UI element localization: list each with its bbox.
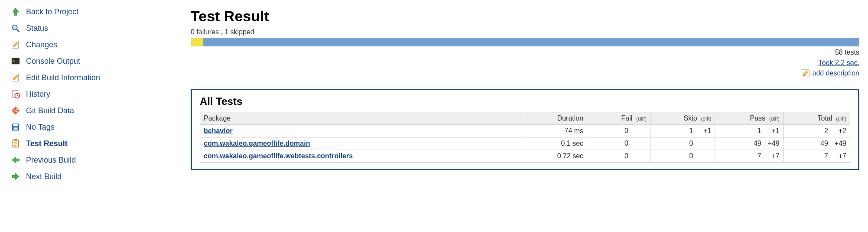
cell-skip: 0 [650,150,715,163]
cell-skip: 1+1 [650,125,715,137]
cell-duration: 74 ms [525,125,587,137]
bar-skip-segment [191,38,203,46]
sidebar-item-history[interactable]: History [9,86,186,102]
sidebar-item-label: No Tags [26,123,55,132]
cell-duration: 0.1 sec [525,137,587,150]
page-title: Test Result [191,8,859,25]
sidebar-item-next-build[interactable]: Next Build [9,168,186,185]
cell-fail: 0 [587,137,650,150]
col-package[interactable]: Package [200,112,525,125]
edit-page-icon [10,39,21,50]
svg-line-1 [17,29,20,32]
edit-page-icon [10,72,21,83]
git-icon [10,105,21,116]
tests-table: Package Duration Fail (diff) Skip (diff)… [200,112,850,163]
sidebar: Back to ProjectStatusChanges>_Console Ou… [0,0,186,188]
cell-duration: 0.72 sec [525,150,587,163]
svg-rect-15 [14,139,17,141]
sidebar-item-previous-build[interactable]: Previous Build [9,152,186,168]
cell-package: com.wakaleo.gameoflife.domain [200,137,525,150]
result-meta: 58 tests Took 2.2 sec. add description [191,47,859,81]
sidebar-item-changes[interactable]: Changes [9,36,186,53]
col-total[interactable]: Total (diff) [783,112,850,125]
terminal-icon: >_ [10,56,21,66]
history-icon [10,89,21,99]
cell-total: 49+49 [783,137,850,150]
cell-total: 2+2 [783,125,850,137]
edit-icon [801,69,810,78]
sidebar-item-test-result[interactable]: Test Result [9,135,186,152]
table-row: com.wakaleo.gameoflife.domain0.1 sec0049… [200,137,850,150]
summary-text: 0 failures , 1 skipped [191,28,859,36]
svg-rect-12 [13,124,18,127]
sidebar-item-label: History [26,90,50,99]
col-duration[interactable]: Duration [525,112,587,125]
cell-total: 7+7 [783,150,850,163]
sidebar-item-edit-build-information[interactable]: Edit Build Information [9,69,186,86]
package-link[interactable]: behavior [204,127,233,134]
sidebar-item-label: Git Build Data [26,106,74,115]
col-pass[interactable]: Pass (diff) [715,112,783,125]
save-icon [10,122,21,132]
cell-skip: 0 [650,137,715,150]
cell-pass: 1+1 [715,125,783,137]
clipboard-icon [10,138,21,149]
arrow-up-green-icon [10,7,21,17]
took-link[interactable]: Took 2.2 sec. [819,59,859,66]
svg-rect-13 [13,127,17,130]
table-row: com.wakaleo.gameoflife.webtests.controll… [200,150,850,163]
sidebar-item-label: Back to Project [26,7,78,16]
magnifier-icon [10,23,21,33]
cell-package: behavior [200,125,525,137]
cell-fail: 0 [587,125,650,137]
svg-point-0 [13,25,17,30]
cell-fail: 0 [587,150,650,163]
cell-pass: 49+49 [715,137,783,150]
cell-package: com.wakaleo.gameoflife.webtests.controll… [200,150,525,163]
all-tests-heading: All Tests [200,95,850,108]
col-fail[interactable]: Fail (diff) [587,112,650,125]
table-row: behavior74 ms01+11+12+2 [200,125,850,137]
all-tests-panel: All Tests Package Duration Fail (diff) S… [191,89,859,170]
svg-text:>_: >_ [13,59,18,63]
package-link[interactable]: com.wakaleo.gameoflife.webtests.controll… [204,152,353,160]
sidebar-item-label: Changes [26,40,57,49]
table-header-row: Package Duration Fail (diff) Skip (diff)… [200,112,850,125]
sidebar-item-label: Next Build [26,172,62,181]
bar-pass-segment [203,38,859,46]
sidebar-item-status[interactable]: Status [9,20,186,36]
sidebar-item-back-to-project[interactable]: Back to Project [9,3,186,20]
arrow-left-green-icon [10,155,21,165]
sidebar-item-git-build-data[interactable]: Git Build Data [9,102,186,119]
test-result-bar [191,38,859,46]
sidebar-item-label: Edit Build Information [26,73,100,82]
main-content: Test Result 0 failures , 1 skipped 58 te… [186,0,868,188]
package-link[interactable]: com.wakaleo.gameoflife.domain [204,140,310,147]
svg-rect-14 [13,140,19,147]
sidebar-item-label: Test Result [26,139,68,148]
sidebar-item-no-tags[interactable]: No Tags [9,119,186,135]
arrow-right-green-icon [10,171,21,182]
col-skip[interactable]: Skip (diff) [650,112,715,125]
cell-pass: 7+7 [715,150,783,163]
sidebar-item-label: Status [26,24,48,33]
add-description-link[interactable]: add description [812,68,859,78]
sidebar-item-console-output[interactable]: >_Console Output [9,53,186,69]
total-tests-label: 58 tests [191,47,859,58]
sidebar-item-label: Previous Build [26,156,76,165]
sidebar-item-label: Console Output [26,57,80,66]
